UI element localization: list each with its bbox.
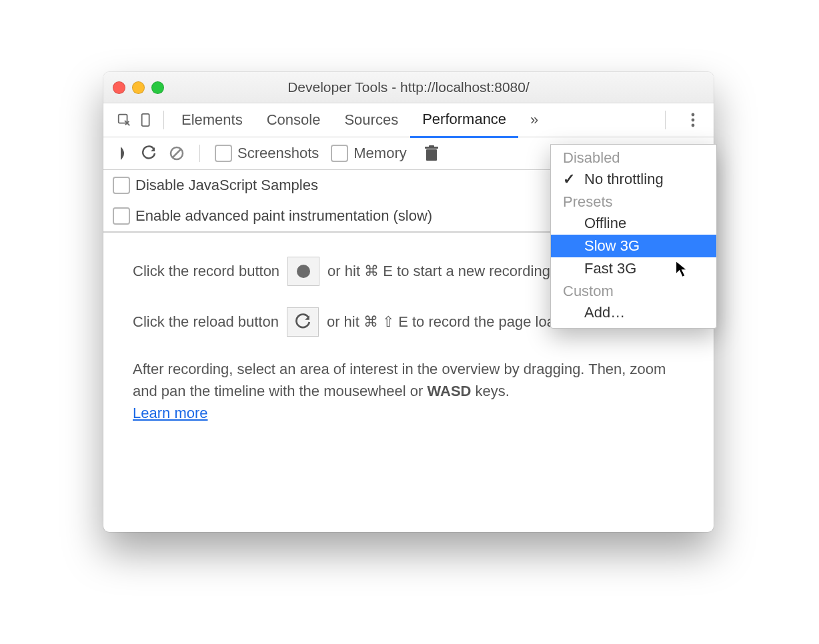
devtools-tabbar: Elements Console Sources Performance »	[103, 103, 714, 137]
svg-rect-7	[426, 149, 437, 161]
traffic-lights	[113, 81, 164, 94]
reload-icon[interactable]	[141, 145, 157, 161]
svg-point-3	[692, 119, 695, 122]
more-menu-icon[interactable]	[682, 109, 704, 131]
learn-more-link[interactable]: Learn more	[133, 405, 208, 421]
dropdown-item-fast-3g[interactable]: Fast 3G	[551, 257, 716, 280]
separator	[199, 145, 200, 162]
trash-icon[interactable]	[424, 145, 439, 161]
svg-point-4	[692, 124, 695, 127]
inspect-element-icon[interactable]	[113, 109, 135, 131]
svg-line-6	[173, 149, 181, 157]
minimize-window-button[interactable]	[132, 81, 145, 94]
record-button[interactable]	[287, 257, 319, 286]
network-throttling-dropdown[interactable]: Disabled No throttling Presets Offline S…	[550, 144, 717, 329]
instruction-text: Click the reload button	[133, 313, 279, 331]
clear-icon[interactable]	[169, 145, 185, 161]
instruction-text: Click the record button	[133, 263, 279, 280]
svg-rect-9	[429, 145, 434, 147]
tab-elements[interactable]: Elements	[169, 103, 255, 137]
titlebar: Developer Tools - http://localhost:8080/	[103, 72, 714, 103]
instruction-after: After recording, select an area of inter…	[133, 358, 684, 424]
enable-paint-checkbox[interactable]: Enable advanced paint instrumentation (s…	[113, 207, 432, 225]
reload-button[interactable]	[287, 307, 319, 337]
dropdown-item-no-throttling[interactable]: No throttling	[551, 168, 716, 191]
dropdown-group-presets: Presets	[551, 191, 716, 212]
instruction-text: or hit ⌘ ⇧ E to record the page load.	[327, 313, 567, 331]
tabs-overflow[interactable]: »	[518, 103, 550, 137]
record-icon[interactable]	[119, 147, 129, 160]
window-title: Developer Tools - http://localhost:8080/	[103, 79, 714, 95]
memory-label: Memory	[353, 145, 406, 162]
svg-point-2	[692, 113, 695, 117]
separator	[163, 111, 164, 129]
screenshots-label: Screenshots	[237, 145, 319, 162]
dropdown-item-add[interactable]: Add…	[551, 301, 716, 324]
svg-rect-1	[142, 114, 149, 126]
tab-sources[interactable]: Sources	[332, 103, 410, 137]
dropdown-item-slow-3g[interactable]: Slow 3G	[551, 235, 716, 257]
maximize-window-button[interactable]	[151, 81, 164, 94]
device-toolbar-icon[interactable]	[135, 109, 158, 131]
disable-js-label: Disable JavaScript Samples	[135, 177, 318, 194]
enable-paint-label: Enable advanced paint instrumentation (s…	[135, 207, 432, 225]
dropdown-group-custom: Custom	[551, 280, 716, 301]
separator	[665, 111, 666, 129]
disable-js-checkbox[interactable]: Disable JavaScript Samples	[113, 177, 318, 194]
tab-console[interactable]: Console	[255, 103, 333, 137]
dropdown-item-offline[interactable]: Offline	[551, 212, 716, 235]
dropdown-group-disabled: Disabled	[551, 147, 716, 168]
instruction-text: or hit ⌘ E to start a new recording.	[327, 263, 554, 280]
memory-checkbox[interactable]: Memory	[331, 145, 406, 162]
screenshots-checkbox[interactable]: Screenshots	[215, 145, 319, 162]
close-window-button[interactable]	[113, 81, 125, 94]
tab-performance[interactable]: Performance	[410, 103, 518, 138]
